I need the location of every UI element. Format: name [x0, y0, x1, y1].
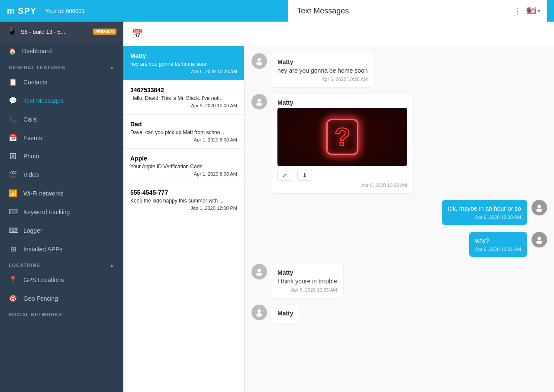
sidebar-item-text-messages[interactable]: 💬 Text Messages [0, 91, 123, 110]
svg-point-10 [538, 205, 541, 208]
conv-date: Jan 1, 2020 12:00 PM [130, 206, 237, 211]
msg-time: Apr 6, 2020 10:35 AM [277, 287, 337, 292]
message-image: ? [277, 108, 407, 166]
keyword-icon: ⌨ [9, 208, 17, 216]
more-menu-icon[interactable]: ⋮ [513, 6, 521, 16]
gps-label: GPS Locations [23, 276, 64, 283]
download-image-button[interactable]: ⬇ [297, 170, 312, 181]
conv-name: Apple [130, 155, 237, 162]
geo-icon: 🎯 [9, 294, 17, 302]
page-title: Text Messages [297, 6, 513, 16]
sidebar-item-geo-fencing[interactable]: 🎯 Geo Fencing [0, 289, 123, 308]
conv-item-555[interactable]: 555-4545-777 Keep the kids happy this su… [123, 183, 244, 217]
geo-label: Geo Fencing [23, 295, 58, 302]
avatar [251, 53, 267, 69]
conv-preview: Keep the kids happy this summer with ... [130, 198, 237, 204]
premium-badge: PREMIUM [93, 29, 117, 35]
device-bar[interactable]: 📱 S8 - build 13 - 5.... PREMIUM [0, 22, 123, 42]
installed-apps-icon: ⊞ [9, 245, 17, 253]
dashboard-label: Dashboard [22, 48, 52, 55]
msg-text: I think youre in trouble [277, 278, 337, 285]
contacts-label: Contacts [23, 79, 47, 86]
sidebar-item-logger[interactable]: ⌨ Logger [0, 221, 123, 240]
svg-point-15 [256, 273, 262, 276]
sidebar-item-photo[interactable]: 🖼 Photo [0, 147, 123, 165]
image-actions: ⤢ ⬇ [277, 170, 407, 181]
msg-text: why? [475, 237, 521, 244]
flag-icon[interactable]: 🇺🇸 [526, 6, 536, 16]
sidebar-item-dashboard[interactable]: 🏠 Dashboard [0, 42, 123, 61]
message-bubble-5: Matty I think youre in trouble Apr 6, 20… [271, 264, 343, 298]
sidebar-item-video[interactable]: 🎬 Video [0, 165, 123, 184]
avatar [251, 305, 267, 320]
message-bubble-outgoing-2: why? Apr 6, 2020 10:31 AM [469, 232, 527, 257]
conv-item-dad[interactable]: Dad Dave, can you pick up Matt from scho… [123, 115, 244, 149]
msg-sender: Matty [277, 269, 337, 276]
conv-date: Apr 1, 2020 8:00 AM [130, 137, 237, 142]
svg-point-14 [258, 269, 261, 272]
installed-apps-label: Installed APPs [23, 246, 62, 253]
calendar-filter-icon[interactable]: 📅 [132, 29, 143, 39]
message-bubble: Matty hey are you gonna be home soon Apr… [271, 53, 374, 87]
conv-preview: hey are you gonna be home soon [130, 61, 237, 67]
svg-point-16 [258, 309, 261, 313]
svg-point-1 [256, 62, 262, 65]
expand-image-button[interactable]: ⤢ [277, 170, 292, 181]
message-bubble-outgoing: idk, maybe in an hour or so Apr 6, 2020 … [442, 200, 527, 225]
sidebar-item-keyword-tracking[interactable]: ⌨ Keyword tracking [0, 202, 123, 221]
image-question-mark: ? [326, 119, 359, 155]
avatar [531, 232, 547, 247]
two-pane: Matty hey are you gonna be home soon Apr… [123, 46, 554, 392]
content-area: 📅 Matty hey are you gonna be home soon A… [123, 22, 554, 392]
locations-collapse-icon[interactable]: ▲ [110, 263, 115, 268]
text-messages-label: Text Messages [23, 97, 64, 104]
photo-icon: 🖼 [9, 152, 17, 160]
message-row-image: Matty ? [251, 94, 547, 193]
sidebar: 📱 S8 - build 13 - 5.... PREMIUM 🏠 Dashbo… [0, 22, 123, 392]
sidebar-item-wifi[interactable]: 📶 Wi-Fi networks [0, 184, 123, 202]
sidebar-item-contacts[interactable]: 📋 Contacts [0, 73, 123, 91]
message-row-outgoing-2: why? Apr 6, 2020 10:31 AM [251, 232, 547, 257]
content-header: 📅 [123, 22, 554, 46]
home-icon: 🏠 [9, 48, 16, 55]
message-bubble-image: Matty ? [271, 94, 413, 193]
msg-time: Apr 6, 2020 10:20 AM [277, 77, 368, 82]
conv-date: Apr 5, 2020 10:00 AM [130, 103, 237, 108]
svg-point-17 [256, 313, 262, 317]
android-icon: 📱 [7, 27, 16, 36]
msg-sender: Matty [277, 99, 407, 106]
sidebar-item-gps[interactable]: 📍 GPS Locations [0, 270, 123, 289]
photo-label: Photo [23, 153, 39, 160]
msg-time: Apr 6, 2020 10:31 AM [475, 247, 521, 252]
svg-point-12 [538, 237, 541, 240]
video-icon: 🎬 [9, 170, 17, 179]
sidebar-item-installed-apps[interactable]: ⊞ Installed APPs [0, 240, 123, 258]
conv-preview: Dave, can you pick up Matt from schoo... [130, 129, 237, 135]
keyword-label: Keyword tracking [23, 209, 70, 215]
conv-preview: Hello, David. This is Mr. Black. I've no… [130, 95, 237, 101]
conv-name: 555-4545-777 [130, 189, 237, 196]
collapse-icon[interactable]: ▲ [110, 65, 115, 70]
sidebar-item-events[interactable]: 📅 Events [0, 129, 123, 147]
message-thread: Matty hey are you gonna be home soon Apr… [245, 46, 554, 392]
events-label: Events [23, 135, 42, 141]
logger-icon: ⌨ [9, 226, 17, 235]
svg-point-11 [536, 209, 542, 212]
avatar [531, 200, 547, 215]
events-icon: 📅 [9, 134, 17, 142]
conv-name: 3467533842 [130, 87, 237, 93]
language-dropdown-icon[interactable]: ▾ [538, 8, 540, 14]
conv-item-apple[interactable]: Apple Your Apple ID Verification Code Ap… [123, 149, 244, 183]
conv-item-3467533842[interactable]: 3467533842 Hello, David. This is Mr. Bla… [123, 80, 244, 115]
avatar [251, 264, 267, 280]
user-id: Your Id: 000001 [45, 8, 288, 14]
top-header: m.SPY Your Id: 000001 Text Messages ⋮ 🇺🇸… [0, 0, 554, 22]
gps-icon: 📍 [9, 276, 17, 284]
conv-item-matty[interactable]: Matty hey are you gonna be home soon Apr… [123, 46, 244, 80]
sidebar-item-calls[interactable]: 📞 Calls [0, 110, 123, 129]
contacts-icon: 📋 [9, 78, 17, 86]
msg-text: hey are you gonna be home soon [277, 67, 368, 74]
main-layout: 📱 S8 - build 13 - 5.... PREMIUM 🏠 Dashbo… [0, 22, 554, 392]
conv-date: Apr 1, 2020 8:00 AM [130, 171, 237, 177]
message-row: Matty hey are you gonna be home soon Apr… [251, 53, 547, 87]
